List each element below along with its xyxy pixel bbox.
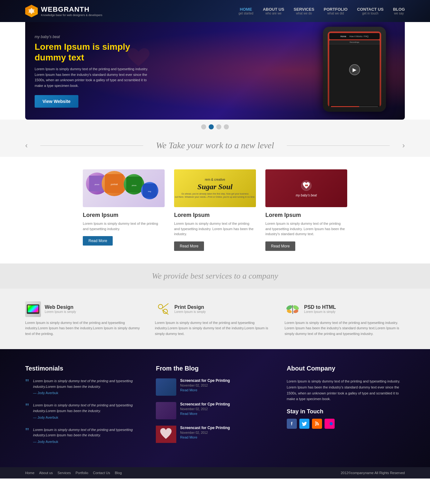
svg-point-10 [307, 184, 308, 186]
blog-read-more-2[interactable]: Read More [180, 412, 230, 416]
read-more-button-1[interactable]: Read More [83, 236, 113, 246]
footer-section: Testimonials " Lorem Ipsum is simply dum… [0, 349, 430, 467]
bottom-link-home[interactable]: Home [25, 471, 34, 475]
portfolio-desc-3: Lorem Ipsum is simply dummy text of the … [265, 221, 347, 237]
web-design-icon [25, 301, 41, 317]
portfolio-item-1: photo portrait photo img Lorem Ipsum Lor… [83, 169, 165, 251]
bottom-link-services[interactable]: Services [58, 471, 71, 475]
svg-text:portrait: portrait [111, 183, 118, 186]
service-web-design: Web Design Lorem Ipsum is simply Lorem I… [25, 301, 145, 337]
svg-point-21 [315, 424, 316, 426]
about-column: About Company Lorem Ipsum is simply dumm… [287, 365, 405, 451]
svg-point-17 [286, 309, 292, 314]
logo-text: WEBGRANTH Knowledge base for web designe… [41, 5, 102, 17]
slider-dot-2[interactable] [209, 124, 214, 129]
stay-touch-title: Stay in Touch [287, 408, 405, 415]
nav-services[interactable]: SERVICES what we do [294, 7, 314, 15]
slider-dot-4[interactable] [224, 124, 229, 129]
blog-thumb-3 [156, 426, 176, 443]
portfolio-section: photo portrait photo img Lorem Ipsum Lor… [0, 157, 430, 263]
service-web-header: Web Design Lorem Ipsum is simply [25, 301, 145, 317]
facebook-icon[interactable]: f [287, 419, 297, 429]
testimonial-author-2: — Jody Averbuk [33, 416, 143, 419]
blog-content-1: Screencast for Cpe Printing November 02,… [180, 378, 230, 392]
quote-mark-1: " [25, 377, 29, 388]
about-title: About Company [287, 365, 405, 372]
service-print-title-area: Print Design Lorem Ipsum is simply [174, 304, 206, 314]
bottom-navigation: Home About us Services Portfolio Contact… [0, 467, 430, 479]
logo-icon [25, 5, 38, 17]
logo-area: WEBGRANTH Knowledge base for web designe… [25, 5, 102, 17]
testimonials-column: Testimonials " Lorem Ipsum is simply dum… [25, 365, 143, 451]
service-psd-desc: Lorem Ipsum is simply dummy text of the … [285, 320, 405, 337]
blog-thumb-heart-icon [156, 426, 176, 443]
scissors-icon [156, 302, 170, 316]
portfolio-image-3: my baby's beat [265, 169, 347, 207]
service-web-name: Web Design [45, 304, 76, 310]
blog-thumb-2 [156, 402, 176, 419]
monitor-icon [27, 304, 39, 314]
nav-home[interactable]: HOME get started [239, 7, 253, 15]
social-icons-group: f [287, 419, 405, 429]
blog-post-date-3: November 02, 2012 [180, 431, 230, 434]
blog-read-more-1[interactable]: Read More [180, 388, 230, 392]
bottom-link-portfolio[interactable]: Portfolio [76, 471, 88, 475]
service-print-header: Print Design Lorem Ipsum is simply [155, 301, 275, 317]
baby-beat-label: my baby's beat [296, 194, 317, 197]
svg-point-18 [293, 309, 298, 314]
svg-text:photo: photo [94, 184, 99, 185]
blog-content-2: Screencast for Cpe Printing November 02,… [180, 402, 230, 416]
blog-post-1: Screencast for Cpe Printing November 02,… [156, 378, 274, 396]
bottom-link-about[interactable]: About us [39, 471, 53, 475]
blog-post-title-2: Screencast for Cpe Printing [180, 402, 230, 406]
butterfly-icon [286, 302, 300, 316]
service-psd-html: PSD to HTML Lorem Ipsum is simply Lorem … [285, 301, 405, 337]
next-arrow[interactable]: › [402, 141, 405, 150]
view-website-button[interactable]: View Website [35, 95, 78, 108]
rss-icon[interactable] [312, 419, 322, 429]
service-print-name: Print Design [174, 304, 206, 310]
header: WEBGRANTH Knowledge base for web designe… [0, 0, 430, 22]
quote-mark-3: " [25, 426, 29, 436]
prev-arrow[interactable]: ‹ [25, 141, 28, 150]
read-more-button-3[interactable]: Read More [265, 241, 295, 251]
hero-slider: my baby's beat Lorem Ipsum is simply dum… [25, 22, 405, 120]
testimonial-text-2: Lorem Ipsum is simply dummy text of the … [33, 403, 143, 414]
blog-content-3: Screencast for Cpe Printing November 02,… [180, 426, 230, 439]
portfolio-desc-1: Lorem Ipsum is simply dummy text of the … [83, 221, 165, 231]
service-web-desc: Lorem Ipsum is simply dummy text of the … [25, 320, 145, 337]
blog-post-title-1: Screencast for Cpe Printing [180, 378, 230, 383]
portfolio-title-2: Lorem Ipsum [174, 212, 256, 218]
about-description: Lorem Ipsum is simply dummy text of the … [287, 378, 405, 402]
svg-point-23 [330, 422, 333, 425]
svg-line-19 [292, 305, 293, 314]
nav-contact[interactable]: CONTACT US get in touch [357, 7, 383, 15]
services-section: Web Design Lorem Ipsum is simply Lorem I… [0, 289, 430, 349]
circle-2: portrait [102, 171, 127, 196]
blog-post-3: Screencast for Cpe Printing November 02,… [156, 426, 274, 443]
psd-html-icon [285, 301, 300, 317]
nav-portfolio[interactable]: PORTFOLIO what we did [324, 7, 348, 15]
blog-post-date-1: November 02, 2012 [180, 384, 230, 387]
blog-column: From the Blog Screencast for Cpe Printin… [156, 365, 274, 451]
services-tagline-section: We provide best services to a company [0, 263, 430, 289]
svg-line-13 [162, 303, 168, 308]
brand-name: WEBGRANTH [41, 5, 102, 14]
blog-thumb-1 [156, 378, 176, 396]
bottom-link-contact[interactable]: Contact Us [93, 471, 110, 475]
testimonials-title: Testimonials [25, 365, 143, 372]
bottom-link-blog[interactable]: Blog [115, 471, 122, 475]
testimonial-3: " Lorem Ipsum is simply dummy text of th… [25, 427, 143, 444]
nav-about[interactable]: ABOUT US who are we [263, 7, 284, 15]
portfolio-desc-2: Lorem Ipsum is simply dummy text of the … [174, 221, 256, 237]
service-print-design: Print Design Lorem Ipsum is simply Lorem… [155, 301, 275, 337]
slider-dot-3[interactable] [216, 124, 221, 129]
slider-dot-1[interactable] [201, 124, 206, 129]
nav-blog[interactable]: BLOG we say [393, 7, 405, 15]
blog-read-more-3[interactable]: Read More [180, 435, 230, 439]
tagline-text: We Take your work to a new level [156, 140, 274, 150]
read-more-button-2[interactable]: Read More [174, 241, 204, 251]
hero-title: Lorem Ipsum is simply dummy text [35, 42, 154, 63]
flickr-icon[interactable] [325, 419, 335, 429]
twitter-icon[interactable] [299, 419, 309, 429]
